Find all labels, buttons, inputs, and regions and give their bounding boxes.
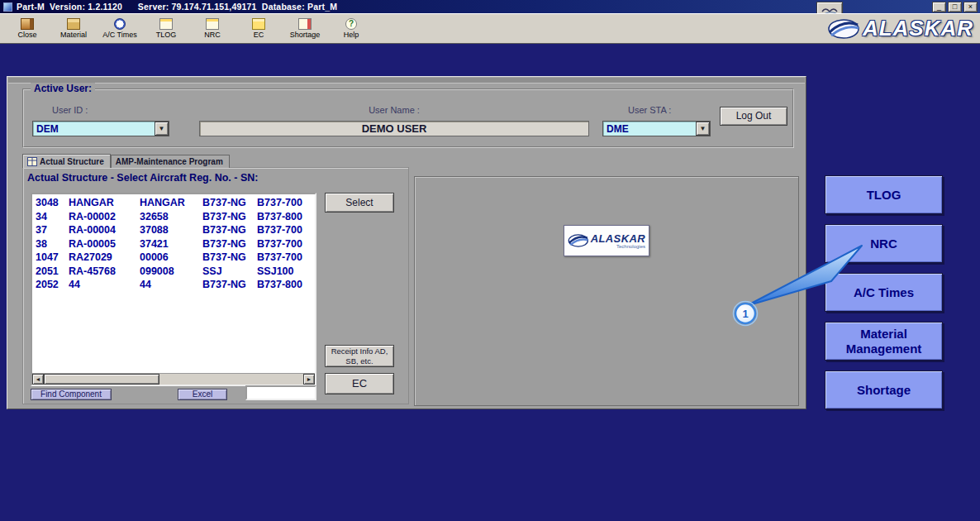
scrollbar-track[interactable]	[44, 374, 303, 385]
aircraft-cell: 1047	[36, 251, 69, 265]
minimize-icon[interactable]: _	[932, 2, 946, 12]
toolbar-button-nrc[interactable]: NRC	[193, 15, 231, 42]
aircraft-cell: SSJ	[202, 265, 257, 279]
toolbar-button-close[interactable]: Close	[8, 15, 46, 42]
toolbar-button-label: TLOG	[156, 31, 177, 39]
dropdown-arrow-icon[interactable]: ▼	[696, 122, 710, 136]
aircraft-cell: B737-700	[257, 223, 315, 237]
aircraft-row[interactable]: 20524444B737-NGB737-800	[36, 278, 315, 292]
side-button-tlog[interactable]: TLOG	[825, 175, 943, 214]
scrollbar-thumb[interactable]	[44, 374, 159, 385]
scroll-left-icon[interactable]: ◄	[32, 374, 44, 385]
receipt-info-button[interactable]: Receipt Info AD, SB, etc.	[325, 345, 394, 367]
side-button-ac-times[interactable]: A/C Times	[825, 273, 943, 312]
app-icon	[3, 2, 12, 12]
aircraft-cell: 37421	[140, 237, 202, 251]
user-id-combo[interactable]: DEM ▼	[32, 121, 169, 136]
ac-times-icon	[114, 18, 126, 30]
maximize-icon[interactable]: □	[948, 2, 962, 12]
component-search-input[interactable]	[245, 385, 316, 400]
user-id-value: DEM	[33, 122, 155, 136]
side-button-nrc[interactable]: NRC	[825, 224, 943, 263]
aircraft-cell: 44	[140, 278, 202, 292]
toolbar-button-ac-times[interactable]: A/C Times	[101, 15, 139, 42]
tabstrip: Actual Structure AMP-Maintenance Program	[22, 154, 230, 168]
aircraft-cell: RA27029	[69, 251, 140, 265]
tab-actual-structure[interactable]: Actual Structure	[22, 154, 111, 168]
center-logo: ALASKAR Technologies	[564, 225, 649, 256]
tab-amp-maintenance[interactable]: AMP-Maintenance Program	[111, 155, 230, 168]
aircraft-cell: RA-00005	[69, 237, 140, 251]
alaskar-logo-icon	[568, 233, 589, 248]
ec-icon	[252, 18, 265, 30]
aircraft-cell: 37	[36, 223, 69, 237]
aircraft-row[interactable]: 34RA-0000232658B737-NGB737-800	[36, 210, 315, 224]
center-logo-subtext: Technologies	[616, 244, 645, 249]
find-component-button[interactable]: Find Component	[31, 389, 112, 400]
aircraft-cell: SSJ100	[257, 265, 315, 279]
toolbar-button-label: Close	[17, 31, 36, 39]
aircraft-cell: 38	[36, 237, 69, 251]
toolbar-button-material[interactable]: Material	[55, 15, 93, 42]
toolbar-button-ec[interactable]: EC	[240, 15, 278, 42]
aircraft-cell: B737-800	[257, 210, 315, 224]
nrc-icon	[206, 18, 219, 30]
aircraft-cell: B737-700	[257, 196, 315, 210]
aircraft-row[interactable]: 38RA-0000537421B737-NGB737-700	[36, 237, 315, 251]
aircraft-cell: 34	[36, 210, 69, 224]
user-sta-label: User STA :	[628, 105, 671, 115]
aircraft-row[interactable]: 1047RA2702900006B737-NGB737-700	[36, 251, 315, 265]
dropdown-arrow-icon[interactable]: ▼	[155, 122, 169, 136]
aircraft-cell: 2052	[36, 278, 69, 292]
scroll-right-icon[interactable]: ►	[303, 374, 315, 385]
aircraft-cell: 37088	[140, 223, 202, 237]
logout-button[interactable]: Log Out	[720, 107, 787, 126]
select-button[interactable]: Select	[325, 193, 394, 213]
toolbar-button-label: Shortage	[290, 31, 321, 39]
side-button-material-management[interactable]: Material Management	[825, 322, 943, 361]
side-button-shortage[interactable]: Shortage	[825, 370, 943, 409]
ec-button[interactable]: EC	[325, 373, 394, 394]
excel-button[interactable]: Excel	[178, 389, 227, 400]
aircraft-cell: B737-700	[257, 251, 315, 265]
aircraft-cell: 00006	[140, 251, 202, 265]
tab-label: AMP-Maintenance Program	[116, 157, 223, 166]
aircraft-list: 3048HANGARHANGARB737-NGB737-70034RA-0000…	[32, 194, 315, 373]
toolbar-button-label: NRC	[204, 31, 221, 39]
toolbar-button-tlog[interactable]: TLOG	[147, 15, 185, 42]
aircraft-row[interactable]: 37RA-0000437088B737-NGB737-700	[36, 223, 315, 237]
aircraft-row[interactable]: 2051RA-45768099008SSJSSJ100	[36, 265, 315, 279]
alaskar-logo-icon	[827, 17, 860, 41]
user-sta-value: DME	[603, 122, 696, 136]
aircraft-cell: 3048	[36, 196, 69, 210]
material-icon	[67, 18, 80, 30]
aircraft-cell: RA-00002	[69, 210, 140, 224]
shortage-icon	[298, 18, 312, 30]
structure-heading: Actual Structure - Select Aircraft Reg. …	[27, 172, 258, 184]
aircraft-cell: B737-NG	[202, 251, 257, 265]
close-icon	[21, 18, 34, 30]
aircraft-cell: B737-NG	[202, 223, 257, 237]
aircraft-cell: B737-NG	[202, 210, 257, 224]
window-controls: _ □ ×	[932, 2, 978, 12]
main-panel: Active User: User ID : DEM ▼ User Name :…	[7, 76, 806, 409]
aircraft-cell: 099008	[140, 265, 202, 279]
aircraft-listbox: 3048HANGARHANGARB737-NGB737-70034RA-0000…	[31, 193, 316, 386]
toolbar-button-label: A/C Times	[102, 31, 137, 39]
active-user-legend: Active User:	[31, 83, 95, 94]
display-panel: ALASKAR Technologies	[414, 176, 799, 406]
close-icon[interactable]: ×	[963, 2, 978, 12]
aircraft-row[interactable]: 3048HANGARHANGARB737-NGB737-700	[36, 196, 315, 210]
aircraft-cell: RA-00004	[69, 223, 140, 237]
center-logo-text: ALASKAR	[591, 232, 645, 245]
aircraft-cell: B737-800	[257, 278, 315, 292]
toolbar-button-help[interactable]: ?Help	[332, 15, 370, 42]
horizontal-scrollbar[interactable]: ◄ ►	[32, 373, 315, 385]
aircraft-cell: 2051	[36, 265, 69, 279]
aircraft-cell: B737-700	[257, 237, 315, 251]
tab-label: Actual Structure	[40, 157, 104, 166]
user-sta-combo[interactable]: DME ▼	[602, 121, 711, 136]
tlog-icon	[159, 18, 173, 30]
toolbar-button-shortage[interactable]: Shortage	[286, 15, 324, 42]
user-name-label: User Name :	[199, 105, 589, 115]
